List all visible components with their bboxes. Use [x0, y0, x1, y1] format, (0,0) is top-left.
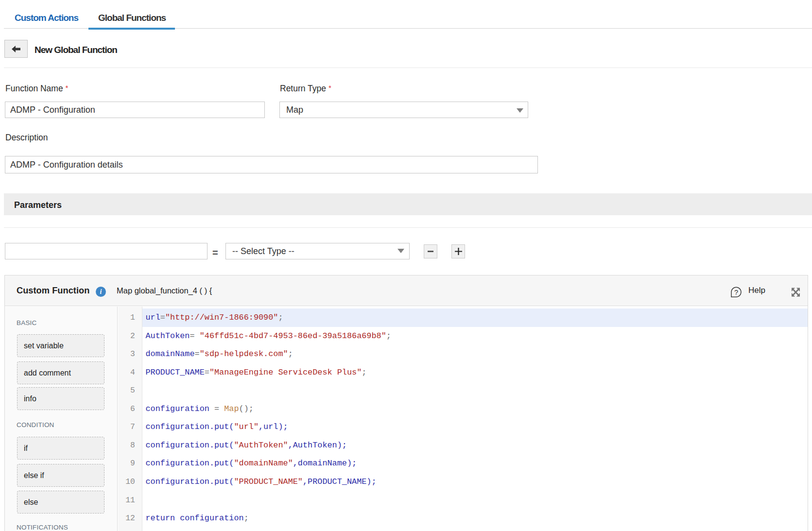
svg-text:?: ? — [734, 289, 738, 296]
